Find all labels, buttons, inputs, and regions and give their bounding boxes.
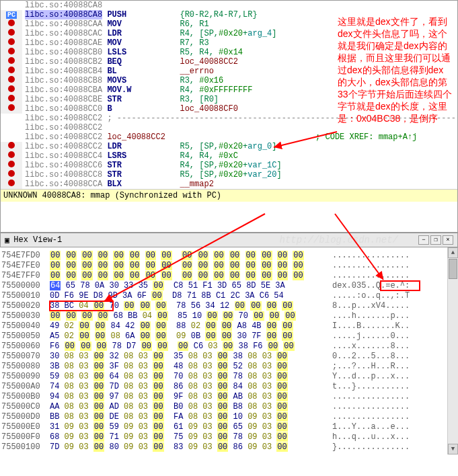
hex-bytes[interactable]: 00 00 00 00 00 00 00 00 00 00 00 00 00 0… <box>50 271 332 280</box>
hex-ascii: t...}........... <box>332 382 410 391</box>
hex-row[interactable]: 755001007D 09 03 00 80 09 03 00 83 09 03… <box>1 442 457 452</box>
disasm-line[interactable]: libc.so:40088CC4 LSRS R4, R4, #0xC <box>1 151 457 161</box>
hex-address: 75500040 <box>1 321 50 331</box>
gutter <box>1 95 22 104</box>
hex-ascii: 0...2...5...8... <box>332 352 410 361</box>
hex-row[interactable]: 754E7FE000 00 00 00 00 00 00 00 00 00 00… <box>1 260 457 270</box>
hex-address: 755000E0 <box>1 422 50 432</box>
hex-ascii: h...q...u...x... <box>332 432 410 442</box>
hex-row[interactable]: 755000A074 08 03 00 7D 08 03 00 86 08 03… <box>1 381 457 391</box>
hex-bytes[interactable]: 68 09 03 00 71 09 03 00 75 09 03 00 78 0… <box>50 432 332 442</box>
hex-address: 75500100 <box>1 442 50 452</box>
hex-row[interactable]: 7550009059 08 03 00 64 08 03 00 70 08 03… <box>1 371 457 381</box>
hex-row[interactable]: 755000C0AA 08 03 00 AD 08 03 00 B0 08 03… <box>1 401 457 411</box>
gutter <box>1 29 22 38</box>
hex-row[interactable]: 755000E031 09 03 00 59 09 03 00 61 09 03… <box>1 422 457 432</box>
hex-address: 755000F0 <box>1 432 50 442</box>
hex-address: 75500020 <box>1 301 50 311</box>
gutter <box>1 67 22 76</box>
hex-row[interactable]: 754E7FF000 00 00 00 00 00 00 00 00 00 00… <box>1 270 457 280</box>
hex-ascii: ................ <box>332 251 410 260</box>
disasm-line[interactable]: libc.so:40088CCA BLX __mmap2 <box>1 180 457 189</box>
status-bar: UNKNOWN 40088CA8: mmap (Synchronized wit… <box>1 189 457 202</box>
hex-ascii: ;...?...H...R... <box>332 362 410 371</box>
hex-ascii: ................ <box>332 392 410 401</box>
hex-row[interactable]: 75500060F6 00 00 00 78 D7 00 00 00 C6 03… <box>1 341 457 351</box>
hex-row[interactable]: 7550002038 BC 04 00 70 00 00 00 78 56 34… <box>1 301 457 311</box>
vertical-scrollbar[interactable]: ▲ ▼ <box>447 247 458 454</box>
hex-bytes[interactable]: 00 00 00 00 68 BB 04 00 85 10 00 00 70 0… <box>50 311 332 321</box>
hex-ascii: ................ <box>332 402 410 411</box>
hex-view-title-bar[interactable]: ▣ Hex View-1 http://blog.csdn.net/ − ❐ × <box>0 233 458 247</box>
hex-row[interactable]: 755000B094 08 03 00 97 08 03 00 9F 08 03… <box>1 391 457 401</box>
disasm-line[interactable]: libc.so:40088CC6 STR R4, [SP,#0x20+var_1… <box>1 161 457 170</box>
hex-bytes[interactable]: AA 08 03 00 AD 08 03 00 B0 08 03 00 B8 0… <box>50 402 332 411</box>
scroll-thumb[interactable] <box>449 259 457 279</box>
code-text: libc.so:40088CC2 loc_40088CC2 ; CODE XRE… <box>22 132 457 142</box>
disasm-line[interactable]: libc.so:40088CA8 <box>1 1 457 10</box>
hex-row[interactable]: 755000F068 09 03 00 71 09 03 00 75 09 03… <box>1 432 457 442</box>
hex-address: 755000C0 <box>1 402 50 411</box>
gutter <box>1 161 22 170</box>
hex-address: 755000B0 <box>1 392 50 401</box>
scroll-down-button[interactable]: ▼ <box>448 444 458 454</box>
disasm-line[interactable]: libc.so:40088CC2 loc_40088CC2 ; CODE XRE… <box>1 132 457 142</box>
hex-bytes[interactable]: 00 00 00 00 00 00 00 00 00 00 00 00 00 0… <box>50 261 332 270</box>
hex-bytes[interactable]: 30 08 03 00 32 08 03 00 35 08 03 00 38 0… <box>50 352 332 361</box>
hex-ascii: I....B.......K.. <box>332 321 410 331</box>
hex-bytes[interactable]: 59 08 03 00 64 08 03 00 70 08 03 00 78 0… <box>50 372 332 381</box>
hex-bytes[interactable]: 38 BC 04 00 70 00 00 00 78 56 34 12 00 0… <box>50 301 332 311</box>
hex-bytes[interactable]: 3B 08 03 00 3F 08 03 00 48 08 03 00 52 0… <box>50 362 332 371</box>
hex-view-title: Hex View-1 <box>13 235 279 245</box>
hex-row[interactable]: 7550003000 00 00 00 68 BB 04 00 85 10 00… <box>1 311 457 321</box>
hex-bytes[interactable]: BB 08 03 00 DE 08 03 00 FA 08 03 00 10 0… <box>50 412 332 422</box>
close-button[interactable]: × <box>443 235 453 245</box>
minimize-button[interactable]: − <box>418 235 429 245</box>
hex-address: 75500030 <box>1 311 50 321</box>
hex-address: 75500050 <box>1 331 50 341</box>
hex-bytes[interactable]: 31 09 03 00 59 09 03 00 61 09 03 00 65 0… <box>50 422 332 432</box>
hex-bytes[interactable]: 7D 09 03 00 80 09 03 00 83 09 03 00 86 0… <box>50 442 332 452</box>
hex-ascii: 8...p...xV4..... <box>332 301 410 311</box>
scroll-up-button[interactable]: ▲ <box>448 247 458 258</box>
gutter <box>1 38 22 48</box>
restore-icon[interactable]: ▣ <box>5 235 9 245</box>
hex-address: 75500090 <box>1 372 50 381</box>
gutter: PC <box>1 10 22 19</box>
hex-row[interactable]: 7550007030 08 03 00 32 08 03 00 35 08 03… <box>1 351 457 361</box>
hex-ascii: Y...d...p...x... <box>332 372 410 381</box>
code-text: libc.so:40088CC4 LSRS R4, R4, #0xC <box>22 151 457 161</box>
disasm-line[interactable]: libc.so:40088CC8 STR R5, [SP,#0x20+var_2… <box>1 170 457 180</box>
hex-bytes[interactable]: 64 65 78 0A 30 33 35 00 C8 51 F1 3D 65 8… <box>50 281 332 290</box>
hex-view-pane[interactable]: ▣ Hex View-1 http://blog.csdn.net/ − ❐ ×… <box>0 233 458 454</box>
hex-bytes[interactable]: 00 00 00 00 00 00 00 00 00 00 00 00 00 0… <box>50 251 332 260</box>
hex-row[interactable]: 755000803B 08 03 00 3F 08 03 00 48 08 03… <box>1 361 457 371</box>
hex-ascii: dex.035..Q.=e.^: <box>332 281 410 290</box>
hex-ascii: ................ <box>332 412 410 422</box>
hex-row[interactable]: 7550000064 65 78 0A 30 33 35 00 C8 51 F1… <box>1 280 457 290</box>
hex-bytes[interactable]: 0D F6 9E D8 9D 3A 6F 00 D8 71 8B C1 2C 3… <box>50 291 332 301</box>
hex-body[interactable]: 754E7FD000 00 00 00 00 00 00 00 00 00 00… <box>0 247 458 454</box>
gutter <box>1 170 22 180</box>
hex-bytes[interactable]: A5 02 00 00 08 6A 00 00 09 0B 00 00 30 7… <box>50 331 332 341</box>
hex-row[interactable]: 7550004049 02 00 00 84 42 00 00 88 02 00… <box>1 321 457 331</box>
gutter <box>1 142 22 151</box>
maximize-button[interactable]: ❐ <box>430 235 441 245</box>
gutter <box>1 104 22 114</box>
hex-row[interactable]: 754E7FD000 00 00 00 00 00 00 00 00 00 00… <box>1 250 457 260</box>
disasm-line[interactable]: libc.so:40088CC2 <box>1 123 457 132</box>
hex-bytes[interactable]: 94 08 03 00 97 08 03 00 9F 08 03 00 AB 0… <box>50 392 332 401</box>
hex-row[interactable]: 755000100D F6 9E D8 9D 3A 6F 00 D8 71 8B… <box>1 290 457 301</box>
hex-bytes[interactable]: F6 00 00 00 78 D7 00 00 00 C6 03 00 38 F… <box>50 342 332 351</box>
gutter <box>1 76 22 85</box>
hex-row[interactable]: 755000D0BB 08 03 00 DE 08 03 00 FA 08 03… <box>1 411 457 422</box>
gutter <box>1 48 22 57</box>
code-text: libc.so:40088CC8 STR R5, [SP,#0x20+var_2… <box>22 170 457 180</box>
hex-ascii: ................ <box>332 261 410 270</box>
hex-ascii: ....h.......p... <box>332 311 410 321</box>
hex-bytes[interactable]: 74 08 03 00 7D 08 03 00 86 08 03 00 84 0… <box>50 382 332 391</box>
hex-bytes[interactable]: 49 02 00 00 84 42 00 00 88 02 00 00 A8 4… <box>50 321 332 331</box>
disasm-line[interactable]: libc.so:40088CC2 LDR R5, [SP,#0x20+arg_0… <box>1 142 457 151</box>
disassembly-pane[interactable]: libc.so:40088CA8 PClibc.so:40088CA8 PUSH… <box>0 0 458 233</box>
hex-row[interactable]: 75500050A5 02 00 00 08 6A 00 00 09 0B 00… <box>1 331 457 341</box>
